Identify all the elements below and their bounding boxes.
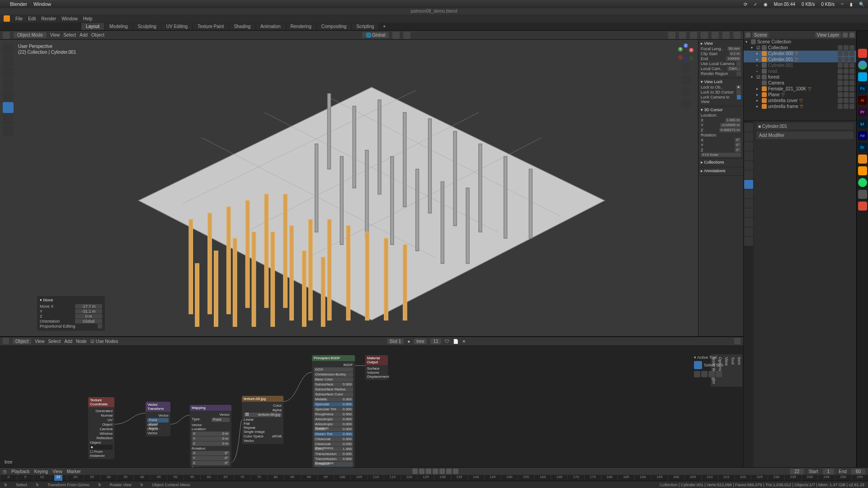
app-name[interactable]: Blender — [10, 1, 27, 7]
outliner-row[interactable]: ▸Cylinder.001▽ — [744, 56, 856, 62]
pan-icon[interactable] — [680, 75, 690, 85]
node-texture-coordinate[interactable]: Texture Coordinate Generated Normal UV O… — [88, 397, 114, 459]
outliner-row[interactable]: ▾☑forest — [744, 74, 856, 80]
new-mat-icon[interactable]: 📄 — [453, 339, 458, 344]
play-icon[interactable] — [439, 469, 445, 474]
current-frame[interactable]: 22 — [790, 469, 804, 474]
dock-icon[interactable] — [858, 49, 867, 58]
3d-viewport[interactable]: User Perspective (22) Collection | Cylin… — [0, 40, 743, 336]
vhdr-add[interactable]: Add — [80, 33, 88, 38]
editor-type-icon[interactable]: ◷ — [3, 469, 7, 474]
timeline-keying[interactable]: Keying — [34, 469, 48, 474]
orientation-select[interactable]: 🌐 Global — [362, 32, 389, 38]
nhdr-add[interactable]: Add — [64, 339, 72, 344]
node-image-texture[interactable]: texture-08.jpg Color Alpha 🖼texture-08.j… — [242, 396, 283, 444]
tab-compositing[interactable]: Compositing — [317, 23, 351, 30]
snap-icon[interactable] — [392, 32, 400, 39]
outliner-row[interactable]: ▸Cylinder.001 — [744, 62, 856, 68]
node-principled-bsdf[interactable]: Principled BSDF BSDF GGX Christensen-Bur… — [312, 355, 355, 467]
ortho-icon[interactable] — [680, 99, 690, 108]
node-material-output[interactable]: Material Output Surface Volume Displacem… — [365, 355, 388, 380]
blender-dock-icon[interactable] — [858, 155, 867, 164]
vhdr-select[interactable]: Select — [63, 33, 76, 38]
dock-icon[interactable] — [858, 190, 867, 199]
menu-render[interactable]: Render — [41, 16, 56, 21]
move-tool-icon[interactable] — [3, 67, 14, 78]
new-viewlayer-icon[interactable] — [843, 33, 848, 38]
tab-scripting[interactable]: Scripting — [352, 23, 378, 30]
ntab-item[interactable]: Item — [736, 354, 742, 387]
timeline[interactable]: ◷ Playback Keying View Marker 22 Start 1… — [0, 467, 868, 481]
spotlight-icon[interactable]: 🔍 — [859, 2, 864, 7]
chrome-icon[interactable] — [858, 61, 867, 70]
outliner-row[interactable]: ▸road — [744, 68, 856, 74]
nhdr-select[interactable]: Select — [48, 339, 61, 344]
nhdr-node[interactable]: Node — [76, 339, 87, 344]
keyframe-next-icon[interactable] — [446, 469, 452, 474]
outliner-row[interactable]: ▸Cylinder.000▽ — [744, 51, 856, 56]
timeline-view[interactable]: View — [52, 469, 62, 474]
prop-physics-icon[interactable] — [744, 199, 753, 208]
menu-help[interactable]: Help — [83, 16, 93, 21]
camera-icon[interactable] — [680, 87, 690, 97]
xray-icon[interactable] — [690, 32, 697, 39]
overlay-toggle-icon[interactable] — [679, 32, 686, 39]
dock-icon[interactable] — [858, 166, 867, 175]
select-mode-icon[interactable] — [694, 371, 700, 377]
prop-edit-icon[interactable] — [403, 32, 410, 39]
select-mode-icon[interactable] — [716, 371, 722, 377]
pin-icon[interactable] — [734, 338, 741, 344]
prop-mesh-icon[interactable] — [744, 218, 753, 227]
node-mapping[interactable]: Mapping Vector Type:Point Vector Locatio… — [190, 405, 231, 467]
keyframe-prev-icon[interactable] — [426, 469, 431, 474]
blender-icon[interactable] — [4, 15, 10, 22]
prop-particles-icon[interactable] — [744, 189, 753, 198]
cursor-tool-icon[interactable] — [3, 43, 14, 54]
filter-icon[interactable] — [849, 33, 854, 38]
aftereffects-icon[interactable]: Ae — [858, 131, 867, 140]
outliner-row[interactable]: ▸umbrella frame▽ — [744, 103, 856, 109]
menubar-extra-icon[interactable]: ◉ — [764, 2, 768, 7]
select-mode-icon[interactable] — [708, 371, 715, 377]
play-rev-icon[interactable] — [433, 469, 438, 474]
select-box-tool-icon[interactable] — [694, 361, 702, 369]
tab-layout[interactable]: Layout — [81, 23, 104, 30]
material-name-field[interactable]: tree — [414, 338, 427, 344]
tab-sculpting[interactable]: Sculpting — [133, 23, 161, 30]
axis-gizmo[interactable]: X Y Z — [676, 43, 694, 61]
prop-object-icon[interactable] — [744, 170, 753, 179]
material-sphere-icon[interactable]: ● — [407, 339, 410, 344]
measure-tool-icon[interactable] — [3, 126, 14, 136]
safari-icon[interactable] — [858, 72, 867, 81]
shading-rendered-icon[interactable] — [733, 32, 741, 39]
prop-output-icon[interactable] — [744, 132, 753, 141]
shading-matprev-icon[interactable] — [722, 32, 730, 39]
timeline-playback[interactable]: Playback — [11, 469, 30, 474]
scene-select[interactable]: Scene — [752, 32, 769, 38]
shader-type-select[interactable]: Object — [13, 338, 31, 344]
select-box-tool-icon[interactable] — [3, 55, 14, 66]
prop-texture-icon[interactable] — [744, 237, 753, 246]
prop-modifier-icon[interactable] — [744, 180, 753, 189]
end-frame[interactable]: 60 — [851, 469, 865, 474]
vhdr-view[interactable]: View — [50, 33, 60, 38]
spotify-icon[interactable] — [858, 178, 867, 187]
use-nodes-toggle[interactable]: ☑ Use Nodes — [90, 339, 118, 344]
viewlayer-select[interactable]: View Layer — [815, 32, 841, 38]
lightroom-icon[interactable]: Lr — [858, 119, 867, 128]
editor-type-icon[interactable] — [3, 32, 10, 39]
mac-window-menu[interactable]: Window — [33, 1, 51, 7]
outliner[interactable]: Scene View Layer ▾Scene Collection ▾☑Col… — [744, 31, 856, 121]
start-frame[interactable]: 1 — [823, 469, 835, 474]
mode-select[interactable]: Object Mode — [14, 32, 47, 38]
transform-tool-icon[interactable] — [3, 102, 14, 113]
dock-icon[interactable] — [858, 202, 867, 211]
add-modifier-button[interactable]: Add Modifier — [756, 131, 854, 139]
menu-edit[interactable]: Edit — [28, 16, 36, 21]
node-vector-transform[interactable]: Vector Transform Vector Point World Norm… — [146, 402, 170, 436]
editor-type-icon[interactable] — [745, 33, 750, 38]
premiere-icon[interactable]: Pr — [858, 108, 867, 117]
battery-icon[interactable]: ▮ — [850, 2, 853, 7]
tab-modeling[interactable]: Modeling — [105, 23, 132, 30]
tab-rendering[interactable]: Rendering — [286, 23, 316, 30]
